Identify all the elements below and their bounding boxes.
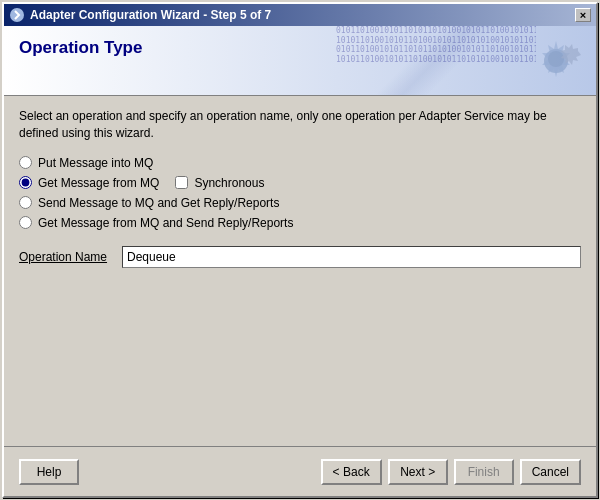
operation-name-label: Operation Name [19, 250, 114, 264]
body-panel: Select an operation and specify an opera… [4, 96, 596, 446]
radio-get-message-label[interactable]: Get Message from MQ [38, 176, 159, 190]
svg-point-0 [10, 8, 24, 22]
wizard-window: Adapter Configuration Wizard - Step 5 of… [2, 2, 598, 498]
radio-send-get-reply-label[interactable]: Send Message to MQ and Get Reply/Reports [38, 196, 279, 210]
radio-row-2: Get Message from MQ Synchronous [19, 176, 581, 190]
gear-icon [526, 31, 586, 91]
svg-point-2 [548, 51, 564, 67]
finish-button: Finish [454, 459, 514, 485]
footer-left: Help [19, 459, 79, 485]
synchronous-label[interactable]: Synchronous [194, 176, 264, 190]
radio-get-send-reply[interactable] [19, 216, 32, 229]
operation-name-input[interactable] [122, 246, 581, 268]
header-panel: Operation Type 0101101001010110101101010… [4, 26, 596, 96]
title-bar: Adapter Configuration Wizard - Step 5 of… [4, 4, 596, 26]
description-text: Select an operation and specify an opera… [19, 108, 581, 142]
footer-right: < Back Next > Finish Cancel [321, 459, 581, 485]
radio-row-1: Put Message into MQ [19, 156, 581, 170]
decorative-bg: 0101101001010110101101010010101101001010… [336, 26, 536, 95]
radio-put-message[interactable] [19, 156, 32, 169]
title-text: Adapter Configuration Wizard - Step 5 of… [30, 8, 271, 22]
cancel-button[interactable]: Cancel [520, 459, 581, 485]
footer-panel: Help < Back Next > Finish Cancel [4, 446, 596, 496]
operation-name-row: Operation Name [19, 246, 581, 268]
radio-row-4: Get Message from MQ and Send Reply/Repor… [19, 216, 581, 230]
content-area: Operation Type 0101101001010110101101010… [4, 26, 596, 496]
radio-row-3: Send Message to MQ and Get Reply/Reports [19, 196, 581, 210]
radio-put-message-label[interactable]: Put Message into MQ [38, 156, 153, 170]
radio-send-get-reply[interactable] [19, 196, 32, 209]
help-button[interactable]: Help [19, 459, 79, 485]
next-button[interactable]: Next > [388, 459, 448, 485]
synchronous-checkbox[interactable] [175, 176, 188, 189]
radio-get-message[interactable] [19, 176, 32, 189]
radio-group: Put Message into MQ Get Message from MQ … [19, 156, 581, 230]
radio-get-send-reply-label[interactable]: Get Message from MQ and Send Reply/Repor… [38, 216, 293, 230]
back-button[interactable]: < Back [321, 459, 382, 485]
close-button[interactable]: × [575, 8, 591, 22]
title-icon [9, 7, 25, 23]
title-bar-left: Adapter Configuration Wizard - Step 5 of… [9, 7, 271, 23]
